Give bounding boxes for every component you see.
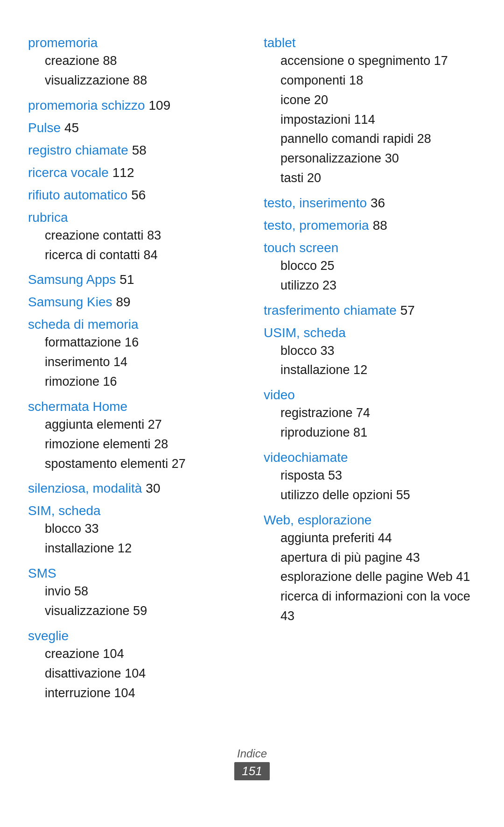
subitem-num: 59 <box>133 604 147 618</box>
heading-text: testo, promemoria <box>264 218 369 233</box>
subitem-num: 104 <box>103 647 124 661</box>
subitem-label: visualizzazione <box>45 73 130 87</box>
index-heading: ricerca vocale112 <box>28 165 240 180</box>
index-heading: rifiuto automatico56 <box>28 188 240 203</box>
index-subitem: installazione 12 <box>264 360 476 380</box>
index-entry: promemoriacreazione 88visualizzazione 88 <box>28 35 240 91</box>
index-subitem: componenti 18 <box>264 71 476 91</box>
subitem-num: 84 <box>144 248 158 262</box>
index-subitem: interruzione 104 <box>28 684 240 703</box>
subitem-label: personalizzazione <box>280 151 381 165</box>
index-entry: svegliecreazione 104disattivazione 104in… <box>28 629 240 703</box>
index-entry: Pulse45 <box>28 120 240 135</box>
page-footer: Indice 151 <box>28 747 476 780</box>
subitem-num: 58 <box>74 584 88 598</box>
subitem-num: 20 <box>314 93 328 107</box>
index-subitem: utilizzo delle opzioni 55 <box>264 486 476 505</box>
subitem-num: 17 <box>434 54 448 68</box>
subitem-num: 55 <box>396 488 410 502</box>
subitem-num: 81 <box>353 425 367 439</box>
heading-num: 109 <box>149 98 171 113</box>
index-subitem: icone 20 <box>264 91 476 110</box>
index-subitem: creazione contatti 83 <box>28 226 240 246</box>
index-subitem: invio 58 <box>28 582 240 601</box>
subitem-num: 33 <box>321 344 335 358</box>
index-subitem: installazione 12 <box>28 539 240 558</box>
heading-text: registro chiamate <box>28 143 128 158</box>
subitem-num: 44 <box>378 531 392 545</box>
index-entry: videochiamaterisposta 53utilizzo delle o… <box>264 450 476 505</box>
heading-num: 89 <box>116 295 131 310</box>
heading-num: 88 <box>373 218 387 233</box>
index-subitem: esplorazione delle pagine Web 41 <box>264 567 476 587</box>
footer-label: Indice <box>28 747 476 760</box>
index-heading: Web, esplorazione <box>264 513 476 528</box>
subitem-label: spostamento elementi <box>45 457 168 471</box>
subitem-num: 30 <box>385 151 399 165</box>
index-heading: Samsung Apps51 <box>28 272 240 287</box>
subitem-label: blocco <box>45 522 81 536</box>
index-entry: silenziosa, modalità30 <box>28 481 240 496</box>
subitem-num: 16 <box>103 375 117 389</box>
subitem-label: impostazioni <box>280 113 350 127</box>
index-heading: silenziosa, modalità30 <box>28 481 240 496</box>
index-heading: scheda di memoria <box>28 317 240 332</box>
index-entry: registro chiamate58 <box>28 143 240 158</box>
index-heading: SIM, scheda <box>28 503 240 518</box>
heading-num: 45 <box>64 120 79 135</box>
subitem-label: installazione <box>280 363 350 377</box>
subitem-num: 23 <box>322 278 336 292</box>
subitem-label: disattivazione <box>45 666 121 680</box>
page: promemoriacreazione 88visualizzazione 88… <box>0 0 504 827</box>
subitem-label: registrazione <box>280 406 353 420</box>
subitem-label: blocco <box>280 344 317 358</box>
index-subitem: inserimento 14 <box>28 353 240 372</box>
index-entry: testo, inserimento36 <box>264 196 476 211</box>
subitem-num: 41 <box>456 570 470 584</box>
index-heading: promemoria <box>28 35 240 50</box>
subitem-num: 14 <box>113 355 127 369</box>
heading-num: 57 <box>400 303 415 318</box>
index-subitem: creazione 104 <box>28 644 240 664</box>
heading-text: Pulse <box>28 120 61 135</box>
heading-text: Samsung Kies <box>28 295 112 310</box>
subitem-num: 104 <box>125 666 146 680</box>
index-heading: schermata Home <box>28 399 240 414</box>
subitem-label: apertura di più pagine <box>280 551 402 565</box>
index-subitem: rimozione 16 <box>28 372 240 392</box>
heading-num: 112 <box>112 165 134 180</box>
index-entry: Samsung Kies89 <box>28 295 240 310</box>
heading-text: trasferimento chiamate <box>264 303 397 318</box>
subitem-label: ricerca di informazioni con la voce <box>280 589 470 603</box>
index-subitem: accensione o spegnimento 17 <box>264 51 476 71</box>
index-heading: tablet <box>264 35 476 50</box>
index-heading: video <box>264 388 476 403</box>
subitem-num: 43 <box>406 551 420 565</box>
heading-text: ricerca vocale <box>28 165 109 180</box>
index-heading: touch screen <box>264 240 476 255</box>
subitem-num: 27 <box>172 457 186 471</box>
index-subitem: blocco 25 <box>264 256 476 276</box>
heading-num: 51 <box>119 272 134 287</box>
subitem-num: 74 <box>356 406 370 420</box>
subitem-num: 53 <box>328 468 342 482</box>
index-subitem: ricerca di contatti 84 <box>28 246 240 265</box>
subitem-label: invio <box>45 584 71 598</box>
subitem-label: riproduzione <box>280 425 350 439</box>
index-subitem: ricerca di informazioni con la voce 43 <box>264 587 476 626</box>
index-subitem: blocco 33 <box>264 341 476 361</box>
subitem-label: visualizzazione <box>45 604 130 618</box>
index-entry: ricerca vocale112 <box>28 165 240 180</box>
subitem-label: installazione <box>45 541 114 555</box>
index-entry: SIM, schedablocco 33installazione 12 <box>28 503 240 558</box>
index-heading: videochiamate <box>264 450 476 465</box>
subitem-label: rimozione elementi <box>45 437 151 451</box>
index-entry: USIM, schedablocco 33installazione 12 <box>264 325 476 381</box>
subitem-label: interruzione <box>45 686 111 700</box>
index-heading: rubrica <box>28 210 240 225</box>
index-entry: rubricacreazione contatti 83ricerca di c… <box>28 210 240 265</box>
subitem-num: 88 <box>103 54 117 68</box>
index-subitem: rimozione elementi 28 <box>28 435 240 454</box>
subitem-num: 33 <box>85 522 99 536</box>
index-entry: promemoria schizzo109 <box>28 98 240 113</box>
